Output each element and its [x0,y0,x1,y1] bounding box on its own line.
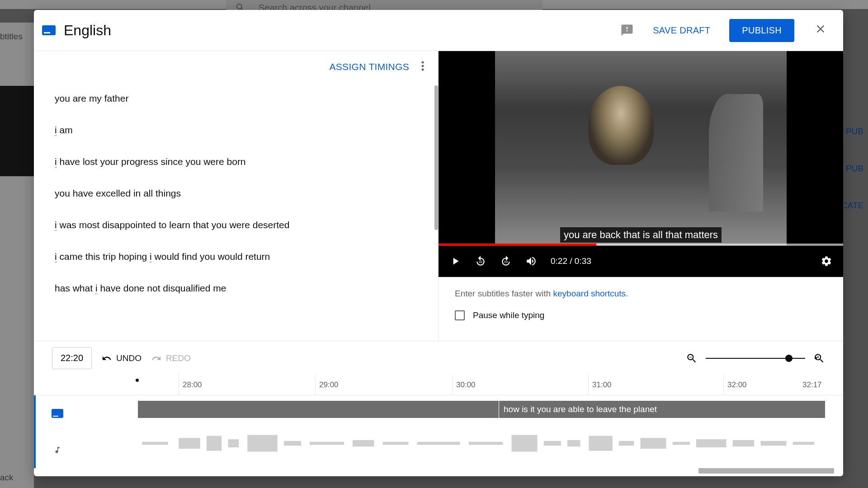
svg-rect-16 [512,435,538,452]
subtitle-line[interactable]: has what i have done not disqualified me [55,272,417,304]
caption-track-label [36,395,79,432]
forward-10-icon[interactable]: 10 [500,255,512,267]
svg-rect-25 [761,441,787,446]
pause-while-typing-checkbox[interactable] [455,310,465,320]
subtitle-line[interactable]: you have excelled in all things [55,178,417,209]
svg-rect-13 [383,442,409,445]
svg-point-0 [422,61,424,64]
preview-panel: you are back that is all that matters 10… [439,51,843,341]
svg-rect-26 [793,442,815,445]
subtitle-line[interactable]: you are my father [55,83,417,114]
timeline-scrollbar-thumb[interactable] [698,468,834,474]
video-time: 0:22 / 0:33 [551,256,591,266]
publish-button[interactable]: PUBLISH [729,19,794,42]
svg-rect-12 [353,440,374,446]
zoom-slider[interactable] [706,358,805,359]
caption-track[interactable]: how is it you are able to leave the plan… [138,401,825,418]
audio-waveform[interactable] [138,432,825,456]
svg-rect-17 [544,441,561,446]
svg-rect-23 [696,439,726,447]
svg-rect-19 [589,436,613,451]
volume-icon[interactable] [525,255,537,267]
svg-rect-10 [284,441,301,446]
caption-segment[interactable]: how is it you are able to leave the plan… [499,401,825,418]
ruler-tick: 28:00 [179,375,202,395]
svg-rect-9 [247,435,278,452]
subtitle-line[interactable]: i came this trip hoping i would find you… [55,241,417,272]
svg-rect-15 [469,442,503,445]
timeline-panel: UNDO REDO 28:00 29:00 30:00 31:00 32:00 … [34,341,843,476]
settings-icon[interactable] [821,255,832,267]
scrollbar-thumb[interactable] [434,85,438,230]
subtitle-line[interactable]: i am [55,114,417,146]
shortcuts-link[interactable]: keyboard shortcuts [553,289,626,298]
video-frame[interactable]: you are back that is all that matters [495,51,787,245]
subtitle-line[interactable]: i was most disappointed to learn that yo… [55,209,417,241]
video-controls: 10 10 0:22 / 0:33 [439,245,843,277]
svg-rect-24 [733,440,755,446]
dialog-header: English SAVE DRAFT PUBLISH [34,10,843,51]
shortcuts-hint: Enter subtitles faster with keyboard sho… [439,277,843,306]
save-draft-button[interactable]: SAVE DRAFT [642,25,721,36]
audio-track-label [36,432,79,469]
close-button[interactable] [811,23,830,38]
svg-rect-18 [567,440,580,446]
dialog-title: English [64,22,612,39]
feedback-icon[interactable] [620,23,634,37]
assign-timings-button[interactable]: ASSIGN TIMINGS [329,61,409,72]
current-time-input[interactable] [52,347,92,369]
more-menu-button[interactable] [415,61,430,73]
subtitle-text-list[interactable]: you are my father i am i have lost your … [34,83,438,341]
subtitle-line[interactable]: i have lost your progress since you were… [55,146,417,178]
svg-point-2 [422,69,424,71]
pause-while-typing-label: Pause while typing [473,310,544,320]
ruler-tick: 29:00 [315,375,339,395]
ruler-tick: 31:00 [588,375,612,395]
svg-text:10: 10 [504,260,508,264]
svg-text:10: 10 [479,260,482,264]
redo-button[interactable]: REDO [151,353,191,363]
svg-rect-20 [619,441,634,446]
caption-overlay: you are back that is all that matters [560,227,722,243]
video-player: you are back that is all that matters 10… [439,51,843,277]
ruler-tick: 32:17 [799,375,822,395]
svg-rect-14 [417,442,460,445]
svg-rect-21 [641,438,666,449]
zoom-out-icon[interactable] [686,352,698,364]
transcript-panel: ASSIGN TIMINGS you are my father i am i … [34,51,439,341]
playhead-dot[interactable] [136,379,139,382]
undo-button[interactable]: UNDO [102,353,142,363]
timeline-ruler[interactable]: 28:00 29:00 30:00 31:00 32:00 32:17 [34,375,843,395]
subtitle-icon [42,25,56,35]
subtitle-editor-dialog: English SAVE DRAFT PUBLISH ASSIGN TIMING… [34,10,843,476]
rewind-10-icon[interactable]: 10 [475,255,486,267]
svg-rect-8 [228,439,239,447]
svg-point-1 [422,65,424,67]
ruler-tick: 30:00 [452,375,476,395]
video-progress-bar[interactable] [439,244,843,246]
timeline-scrollbar[interactable] [43,468,834,474]
play-icon[interactable] [449,255,461,267]
svg-rect-7 [207,436,222,451]
svg-rect-11 [310,442,344,445]
svg-rect-6 [179,438,200,449]
svg-rect-22 [673,442,690,445]
ruler-tick: 32:00 [723,375,747,395]
svg-rect-5 [142,442,168,445]
